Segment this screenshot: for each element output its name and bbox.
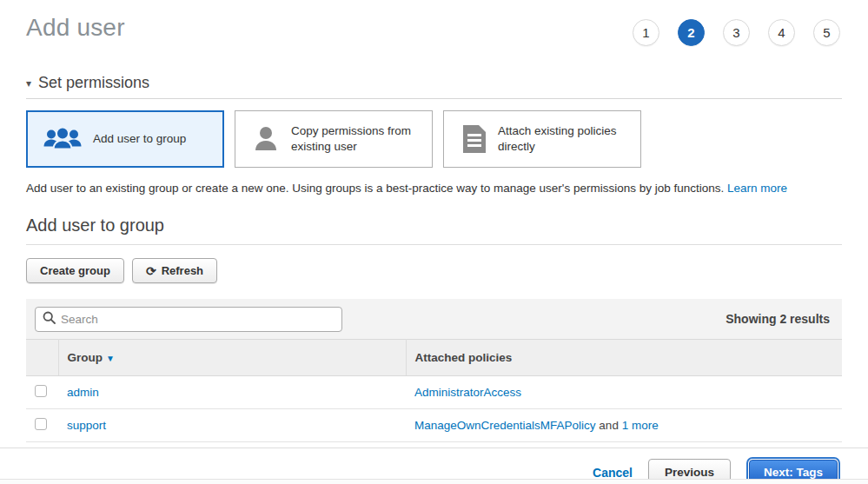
option-copy-permissions[interactable]: Copy permissions from existing user [235, 110, 433, 168]
table-toolbar: Showing 2 results [26, 299, 842, 339]
description-text: Add user to an existing group or create … [26, 182, 724, 195]
table-header-row: Group▼ Attached policies [26, 340, 842, 376]
and-text: and [599, 419, 619, 432]
option-label: Attach existing policies directly [498, 123, 630, 155]
step-1[interactable]: 1 [633, 19, 659, 46]
group-section-divider [26, 244, 842, 245]
group-link[interactable]: admin [67, 386, 99, 399]
step-3[interactable]: 3 [723, 19, 750, 46]
step-4[interactable]: 4 [768, 19, 795, 46]
bottom-strip [0, 479, 868, 484]
search-input[interactable] [61, 313, 335, 326]
search-icon [43, 311, 56, 328]
user-group-icon [43, 125, 83, 153]
refresh-icon: ⟳ [146, 265, 156, 277]
learn-more-link[interactable]: Learn more [727, 182, 787, 195]
search-box[interactable] [35, 307, 342, 332]
group-actions: Create group ⟳ Refresh [26, 258, 842, 283]
section-divider [26, 98, 842, 99]
create-group-button[interactable]: Create group [26, 258, 124, 283]
user-icon [251, 124, 281, 154]
groups-table-panel: Showing 2 results Group▼ Attached polici… [26, 299, 842, 442]
more-policies-link[interactable]: 1 more [622, 419, 659, 432]
policy-link[interactable]: AdministratorAccess [414, 386, 521, 399]
option-attach-policies[interactable]: Attach existing policies directly [443, 110, 641, 168]
row-checkbox[interactable] [35, 418, 47, 430]
option-add-user-to-group[interactable]: Add user to group [26, 110, 224, 168]
page-title: Add user [26, 14, 125, 42]
wizard-steps: 1 2 3 4 5 [633, 19, 840, 46]
results-count: Showing 2 results [726, 312, 833, 326]
caret-down-icon: ▾ [26, 78, 31, 89]
sort-down-icon: ▼ [106, 354, 115, 363]
group-link[interactable]: support [67, 419, 106, 432]
header-attached-policies: Attached policies [406, 340, 842, 376]
set-permissions-toggle[interactable]: ▾ Set permissions [26, 74, 842, 92]
wizard-header: Add user 1 2 3 4 5 [26, 0, 842, 46]
set-permissions-label: Set permissions [38, 74, 149, 92]
cancel-button[interactable]: Cancel [593, 466, 633, 480]
permission-options: Add user to group Copy permissions from … [26, 110, 842, 168]
table-row-support: support ManageOwnCredentialsMFAPolicy an… [26, 409, 842, 442]
header-checkbox-cell [26, 340, 58, 376]
option-label: Copy permissions from existing user [291, 123, 421, 155]
group-section-title: Add user to group [26, 215, 842, 235]
refresh-label: Refresh [162, 264, 203, 277]
step-2-active[interactable]: 2 [678, 19, 705, 46]
groups-table: Group▼ Attached policies admin Administr… [26, 339, 842, 442]
header-group[interactable]: Group▼ [58, 340, 406, 376]
permissions-description: Add user to an existing group or create … [26, 182, 842, 195]
row-checkbox[interactable] [35, 385, 47, 397]
option-label: Add user to group [93, 131, 186, 147]
add-user-wizard: Add user 1 2 3 4 5 ▾ Set permissions [0, 0, 868, 442]
step-5[interactable]: 5 [813, 19, 840, 46]
table-row-admin: admin AdministratorAccess [26, 376, 842, 409]
policy-link[interactable]: ManageOwnCredentialsMFAPolicy [414, 419, 596, 432]
refresh-button[interactable]: ⟳ Refresh [132, 258, 217, 283]
policy-document-icon [460, 124, 487, 154]
